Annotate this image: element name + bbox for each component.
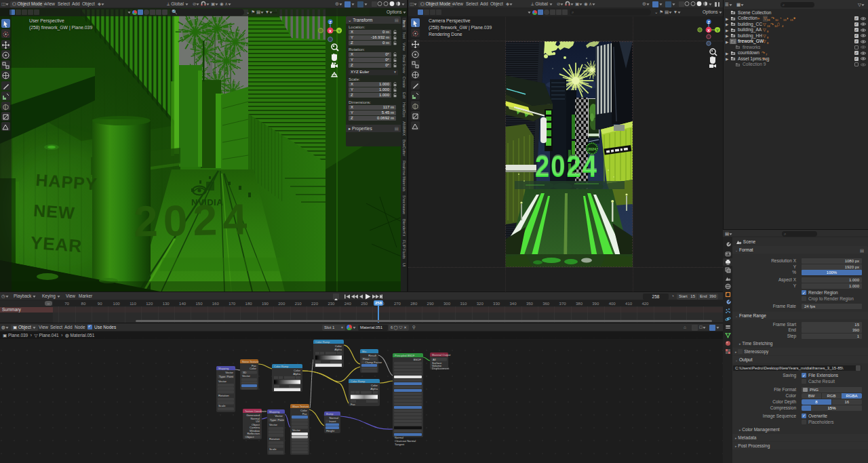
svg-text:Result: Result xyxy=(368,354,377,357)
svg-text:Alpha: Alpha xyxy=(370,387,378,390)
svg-text:Color Ramp: Color Ramp xyxy=(315,340,330,344)
svg-text:Clamp Factor: Clamp Factor xyxy=(365,361,382,364)
svg-text:Scale: Scale xyxy=(218,404,226,407)
svg-text:Displacement: Displacement xyxy=(432,367,450,370)
svg-text:Type: Point: Type: Point xyxy=(270,418,285,422)
svg-text:Float: Float xyxy=(363,357,370,361)
svg-text:BSDF: BSDF xyxy=(414,358,422,361)
svg-text:Type: Point: Type: Point xyxy=(219,375,234,378)
svg-text:Fac: Fac xyxy=(302,412,307,416)
svg-text:Y: Y xyxy=(338,29,340,33)
svg-text:Principled BSDF: Principled BSDF xyxy=(395,354,415,357)
svg-text:Height: Height xyxy=(326,429,335,432)
svg-text:Vector: Vector xyxy=(242,374,250,378)
svg-text:Vector: Vector xyxy=(269,423,277,426)
svg-text:Material Output: Material Output xyxy=(432,353,451,357)
svg-text:Z: Z xyxy=(707,20,710,24)
svg-text:Rotation: Rotation xyxy=(218,394,229,397)
svg-text:Noise Texture: Noise Texture xyxy=(242,360,259,363)
svg-text:Object:: Object: xyxy=(245,435,254,439)
svg-text:X: X xyxy=(329,29,332,33)
svg-text:Vector: Vector xyxy=(218,380,226,383)
svg-text:Bump: Bump xyxy=(326,412,334,416)
svg-text:Vector: Vector xyxy=(292,428,300,432)
svg-text:Rotation: Rotation xyxy=(269,437,280,441)
svg-text:Invert: Invert xyxy=(329,420,336,423)
svg-text:Fac: Fac xyxy=(351,403,355,406)
svg-text:Z: Z xyxy=(329,20,332,24)
svg-text:Y: Y xyxy=(716,28,719,33)
svg-text:Mapping: Mapping xyxy=(218,367,229,370)
svg-text:2024: 2024 xyxy=(535,149,598,182)
svg-text:Mapping: Mapping xyxy=(269,410,279,414)
svg-text:Tangent: Tangent xyxy=(395,443,405,446)
svg-text:Color Ramp: Color Ramp xyxy=(274,365,289,368)
svg-text:X: X xyxy=(707,28,710,33)
svg-text:Alpha: Alpha xyxy=(293,372,300,376)
svg-text:Scale: Scale xyxy=(269,447,277,451)
svg-text:Texture Coordinate: Texture Coordinate xyxy=(245,410,267,413)
svg-text:Wave Texture: Wave Texture xyxy=(292,405,309,408)
svg-text:Color Ramp: Color Ramp xyxy=(351,380,366,383)
svg-text:Vector: Vector xyxy=(275,414,283,418)
svg-text:Alpha: Alpha xyxy=(334,348,342,351)
svg-text:Color: Color xyxy=(250,367,257,370)
svg-text:Vector: Vector xyxy=(225,371,233,374)
svg-text:3D: 3D xyxy=(243,371,246,374)
svg-text:Mix: Mix xyxy=(362,350,366,353)
